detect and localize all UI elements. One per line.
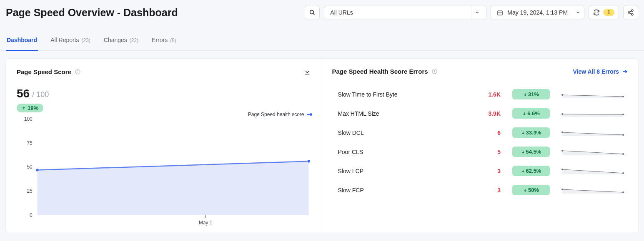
sync-icon [593,9,600,16]
arrow-down-icon [521,169,525,173]
tab-label: All Reports [50,37,79,43]
svg-text:May 1: May 1 [199,220,213,226]
error-row[interactable]: Slow FCP 3 50% [332,185,629,195]
svg-point-27 [434,70,435,71]
error-pct-badge: 31% [512,89,550,99]
arrow-down-icon [522,112,526,116]
search-button[interactable] [305,5,320,20]
svg-point-39 [561,150,563,152]
tab-all-reports[interactable]: All Reports (23) [50,31,91,51]
error-pct-badge: 6.6% [512,108,550,119]
error-value: 3 [476,168,501,174]
error-value: 3 [476,187,501,194]
svg-point-46 [622,191,624,193]
error-pct-badge: 50% [512,185,550,195]
svg-point-6 [631,10,633,11]
sync-badge: 1 [603,9,614,16]
tab-changes[interactable]: Changes (22) [103,31,139,51]
error-value: 6 [476,129,501,136]
svg-point-33 [561,113,563,115]
header-controls: All URLs May 19, 2024, 1:13 PM 1 [305,5,638,20]
legend-marker-icon [307,114,311,115]
error-pct-badge: 62.5% [512,166,550,176]
url-filter-dropdown[interactable]: All URLs [324,5,486,20]
svg-line-10 [630,13,632,14]
svg-line-1 [313,13,314,15]
share-button[interactable] [623,5,638,20]
url-filter-label: All URLs [330,9,353,16]
date-label: May 19, 2024, 1:13 PM [507,9,568,16]
svg-point-42 [561,169,563,170]
header: Page Speed Overview - Dashboard All URLs… [0,0,644,26]
tab-errors[interactable]: Errors (8) [151,31,177,51]
link-text: View All 8 Errors [573,68,619,75]
error-sparkline [561,148,624,156]
svg-rect-14 [305,74,309,75]
svg-point-30 [561,94,563,96]
chart-legend: Page Speed health score [248,112,311,117]
svg-point-43 [622,172,624,174]
error-pct-badge: 33.3% [512,127,550,138]
panel-page-speed-score: Page Speed Score 56 / 100 19% [6,59,322,233]
svg-point-34 [622,114,624,115]
svg-point-7 [628,12,630,13]
tab-count: (8) [170,37,176,43]
tab-label: Errors [152,37,168,43]
date-dropdown[interactable]: May 19, 2024, 1:13 PM [491,5,584,20]
svg-point-40 [622,153,624,155]
error-sparkline [561,129,624,137]
svg-line-9 [630,11,632,12]
score-delta-badge: 19% [17,104,43,112]
svg-point-21 [36,168,39,171]
score-chart: Page Speed health score 0255075100May 1 [17,115,311,228]
svg-point-31 [622,96,624,97]
info-icon[interactable] [75,69,81,75]
error-row[interactable]: Poor CLS 5 54.5% [332,147,629,157]
panel-title-text: Page Speed Health Score Errors [332,68,428,75]
error-row[interactable]: Slow Time to First Byte 1.6K 31% [332,89,629,99]
tab-count: (22) [130,37,138,43]
arrow-right-icon [621,69,628,75]
error-sparkline [561,91,624,98]
sync-button[interactable]: 1 [589,5,619,20]
tab-dashboard[interactable]: Dashboard [6,31,38,51]
view-all-errors-link[interactable]: View All 8 Errors [573,68,629,75]
score-denom: / 100 [32,90,49,100]
search-icon [309,9,316,16]
tab-label: Dashboard [7,37,37,43]
score-value: 56 [17,87,30,100]
svg-text:75: 75 [27,140,33,146]
calendar-icon [497,10,503,16]
arrow-down-icon [523,92,527,97]
chevron-down-icon [471,5,483,20]
arrow-down-icon [521,131,525,135]
download-icon [303,68,311,75]
download-button[interactable] [303,68,311,75]
share-icon [627,9,634,16]
page-title: Page Speed Overview - Dashboard [6,7,178,19]
content-card: Page Speed Score 56 / 100 19% [5,58,639,233]
svg-point-22 [307,160,311,163]
error-row[interactable]: Slow LCP 3 62.5% [332,166,629,176]
error-name: Slow Time to First Byte [332,91,469,98]
svg-point-36 [561,132,563,133]
delta-text: 19% [28,105,38,111]
info-icon[interactable] [431,68,438,75]
error-name: Max HTML Size [332,110,469,117]
panel-title-text: Page Speed Score [17,68,71,75]
error-row[interactable]: Max HTML Size 3.9K 6.6% [332,108,629,119]
chevron-down-icon [576,10,581,15]
panel-health-errors: Page Speed Health Score Errors View All … [322,59,639,233]
tab-label: Changes [104,37,127,43]
error-name: Slow LCP [332,168,469,174]
svg-point-8 [631,14,633,15]
error-sparkline [561,110,624,117]
error-row[interactable]: Slow DCL 6 33.3% [332,127,629,138]
error-sparkline [561,186,624,194]
svg-point-45 [561,189,563,190]
error-value: 1.6K [476,91,501,98]
arrow-down-icon [521,150,525,154]
arrow-up-icon [22,106,26,110]
tab-count: (23) [81,37,90,43]
arrow-down-icon [523,188,527,192]
